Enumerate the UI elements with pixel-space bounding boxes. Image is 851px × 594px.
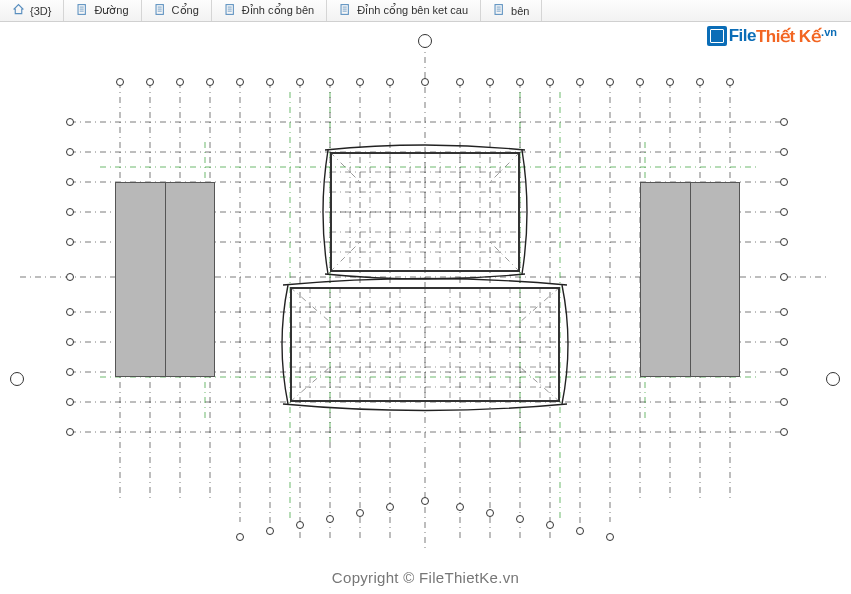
grid-bubble [66, 338, 74, 346]
orientation-marker-north [418, 34, 432, 48]
grid-bubble [576, 78, 584, 86]
grid-bubble [326, 78, 334, 86]
grid-bubble [606, 533, 614, 541]
grid-bubble [780, 238, 788, 246]
grid-bubble [66, 148, 74, 156]
grid-bubble [606, 78, 614, 86]
grid-bubble [666, 78, 674, 86]
tab-dinh-cong-ben[interactable]: Đỉnh cổng bên [212, 0, 327, 21]
grid-bubble [696, 78, 704, 86]
grid-bubble [356, 509, 364, 517]
grid-bubble [386, 78, 394, 86]
grid-bubble [66, 428, 74, 436]
grid-bubble [176, 78, 184, 86]
grid-bubble [266, 78, 274, 86]
grid-bubble [66, 238, 74, 246]
grid-bubble [421, 78, 429, 86]
grid-bubble [780, 428, 788, 436]
sheet-icon [224, 3, 237, 18]
grid-bubble [780, 368, 788, 376]
grid-bubble [146, 78, 154, 86]
copyright-watermark: Copyright © FileThietKe.vn [332, 569, 519, 586]
grid-bubble [66, 273, 74, 281]
grid-bubble [546, 521, 554, 529]
grid-bubble [236, 533, 244, 541]
sheet-icon [339, 3, 352, 18]
grid-bubble [486, 78, 494, 86]
grid-bubble [66, 398, 74, 406]
orientation-marker-east [826, 372, 840, 386]
grid-bubble [780, 178, 788, 186]
grid-bubble [636, 78, 644, 86]
grid-bubble [326, 515, 334, 523]
grid-bubble [780, 273, 788, 281]
grid-bubble [116, 78, 124, 86]
view-tab-bar: {3D} Đường Cổng Đỉnh cổng bên Đỉnh cổng … [0, 0, 851, 22]
watermark-logo: File Thiết Kế .vn [707, 24, 837, 48]
tab-dinh-cong-ben-ket-cau[interactable]: Đỉnh cổng bên ket cau [327, 0, 481, 21]
tab-label: Cổng [172, 4, 199, 17]
grid-bubble [780, 308, 788, 316]
tab-label: bên [511, 5, 529, 17]
grid-bubble [456, 503, 464, 511]
grid-bubble [66, 208, 74, 216]
logo-text-1: File [729, 26, 756, 46]
grid-bubble [386, 503, 394, 511]
tab-label: {3D} [30, 5, 51, 17]
tab-label: Đỉnh cổng bên ket cau [357, 4, 468, 17]
grid-bubble [546, 78, 554, 86]
grid-bubble [516, 515, 524, 523]
grid-bubble [780, 338, 788, 346]
grid-bubble [66, 368, 74, 376]
grid-markers [0, 22, 851, 594]
grid-bubble [576, 527, 584, 535]
tab-label: Đường [94, 4, 128, 17]
grid-bubble [780, 208, 788, 216]
tab-cong[interactable]: Cổng [142, 0, 212, 21]
tab-duong[interactable]: Đường [64, 0, 141, 21]
sheet-icon [154, 3, 167, 18]
tab-3d[interactable]: {3D} [0, 0, 64, 21]
sheet-icon [76, 3, 89, 18]
grid-bubble [296, 78, 304, 86]
grid-bubble [206, 78, 214, 86]
grid-bubble [66, 308, 74, 316]
grid-bubble [66, 178, 74, 186]
grid-bubble [266, 527, 274, 535]
grid-bubble [66, 118, 74, 126]
tab-ben[interactable]: bên [481, 0, 542, 21]
grid-bubble [516, 78, 524, 86]
orientation-marker-west [10, 372, 24, 386]
drawing-canvas[interactable]: File Thiết Kế .vn Copyright © FileThietK… [0, 22, 851, 594]
grid-bubble [456, 78, 464, 86]
home-icon [12, 3, 25, 18]
grid-bubble [780, 118, 788, 126]
sheet-icon [493, 3, 506, 18]
logo-text-2: Thiết Kế [756, 26, 820, 47]
grid-bubble [356, 78, 364, 86]
grid-bubble [486, 509, 494, 517]
grid-bubble [780, 398, 788, 406]
grid-bubble [296, 521, 304, 529]
grid-bubble [726, 78, 734, 86]
logo-cube-icon [707, 26, 727, 46]
grid-bubble [780, 148, 788, 156]
grid-bubble [421, 497, 429, 505]
grid-bubble [236, 78, 244, 86]
logo-text-3: .vn [821, 26, 837, 38]
tab-label: Đỉnh cổng bên [242, 4, 314, 17]
